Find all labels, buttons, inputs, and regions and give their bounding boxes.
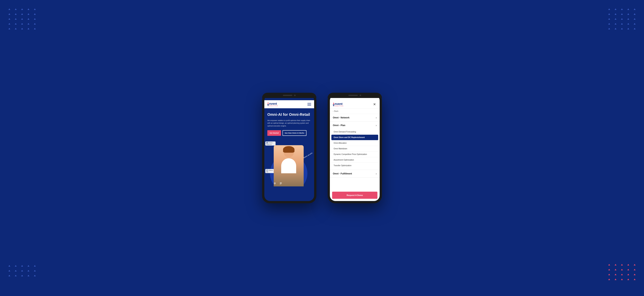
menu-section-plan-header[interactable]: Omni - Plan › bbox=[330, 122, 380, 129]
phone-main: nvent ANALYTICS Omni-AI for Omni-Retail bbox=[262, 93, 316, 203]
phone2-top-bar bbox=[328, 93, 382, 98]
hero-title: Omni-AI for Omni-Retail bbox=[267, 112, 311, 117]
hamburger-menu-icon[interactable] bbox=[308, 103, 311, 106]
menu-section-plan: Omni - Plan › Omni Demand Forecasting Om… bbox=[330, 122, 380, 170]
person-body bbox=[281, 158, 296, 173]
logo2-analytics-text: ANALYTICS bbox=[334, 105, 343, 107]
phone1-content: nvent ANALYTICS Omni-AI for Omni-Retail bbox=[264, 95, 314, 201]
phone2-content: nvent ANALYTICS ✕ ‹ Back bbox=[330, 95, 380, 201]
close-x-icon: ✕ bbox=[373, 103, 376, 106]
menu-item-markdown[interactable]: Omni Markdown bbox=[331, 146, 378, 152]
phone2-menu-body: ‹ Back Omni - Network › Omni - Plan bbox=[330, 109, 380, 192]
svg-point-3 bbox=[266, 170, 268, 171]
hamburger-line-1 bbox=[308, 103, 311, 103]
omni-profit-label: Omni-profit bbox=[303, 152, 313, 159]
location-icon bbox=[274, 182, 276, 185]
menu-network-title: Omni - Network bbox=[333, 116, 350, 119]
menu-plan-title: Omni - Plan bbox=[333, 124, 346, 127]
menu-fulfillment-chevron-icon: › bbox=[376, 172, 377, 175]
phone1-image-area: Inventory Holding Cost Omni-Lost Sales F… bbox=[264, 140, 314, 186]
diagram-item-inventory: Inventory Holding Cost bbox=[265, 141, 276, 146]
phone2-logo: nvent ANALYTICS bbox=[333, 102, 343, 107]
menu-network-chevron-icon: › bbox=[376, 116, 377, 119]
menu-section-network-header[interactable]: Omni - Network › bbox=[330, 114, 380, 121]
phone2-speaker bbox=[348, 95, 358, 96]
back-link[interactable]: ‹ Back bbox=[330, 109, 380, 114]
phone2-camera bbox=[360, 95, 361, 96]
person-image bbox=[274, 145, 304, 186]
request-demo-button[interactable]: Request A Demo bbox=[332, 192, 378, 199]
hamburger-line-2 bbox=[308, 104, 311, 105]
get-started-button[interactable]: Get Started bbox=[267, 130, 281, 136]
phone1-top-bar bbox=[262, 93, 316, 98]
menu-section-fulfillment: Omni - Fulfillment › bbox=[330, 170, 380, 178]
hero-description: We empower retailers to profit optimize … bbox=[267, 119, 311, 127]
menu-item-assortment[interactable]: Assortment Optimization bbox=[331, 157, 378, 163]
logo2-text-wrap: nvent ANALYTICS bbox=[334, 102, 343, 107]
phone1-speaker bbox=[283, 95, 292, 96]
phone1-header: nvent ANALYTICS bbox=[264, 100, 314, 108]
phone1-logo: nvent ANALYTICS bbox=[267, 102, 278, 106]
person-hair bbox=[283, 146, 294, 153]
menu-item-allocation[interactable]: Omni Allocation bbox=[331, 140, 378, 146]
person-head bbox=[284, 147, 294, 157]
phone2-header: nvent ANALYTICS ✕ bbox=[330, 100, 380, 109]
menu-fulfillment-title: Omni - Fulfillment bbox=[333, 172, 352, 175]
dots-bottom-left bbox=[8, 264, 37, 277]
bottom-icons bbox=[274, 182, 282, 185]
phones-container: nvent ANALYTICS Omni-AI for Omni-Retail bbox=[262, 93, 382, 203]
logo-analytics-text: ANALYTICS bbox=[269, 105, 278, 106]
menu-section-network: Omni - Network › bbox=[330, 114, 380, 122]
people-icon bbox=[280, 182, 282, 185]
menu-plan-chevron-icon: › bbox=[376, 124, 377, 127]
menu-section-fulfillment-header[interactable]: Omni - Fulfillment › bbox=[330, 170, 380, 177]
logo2-exclaim-icon bbox=[333, 103, 334, 106]
dots-bottom-right bbox=[607, 263, 636, 281]
phone-menu: nvent ANALYTICS ✕ ‹ Back bbox=[328, 93, 382, 203]
dots-top-left bbox=[8, 8, 37, 30]
hamburger-line-3 bbox=[308, 105, 311, 106]
phone1-hero: Omni-AI for Omni-Retail We empower retai… bbox=[264, 108, 314, 140]
logo-exclaim-icon bbox=[267, 103, 269, 106]
close-button[interactable]: ✕ bbox=[372, 102, 377, 107]
menu-plan-subitems: Omni Demand Forecasting Omni Store and D… bbox=[330, 129, 380, 170]
phone2-footer: Request A Demo bbox=[332, 192, 378, 199]
phone1-camera bbox=[294, 95, 296, 96]
dots-top-right bbox=[607, 8, 636, 30]
back-chevron-icon: ‹ bbox=[333, 110, 334, 112]
back-link-label: Back bbox=[334, 110, 338, 112]
logo-text-wrap: nvent ANALYTICS bbox=[269, 102, 278, 106]
phone1-screen: nvent ANALYTICS Omni-AI for Omni-Retail bbox=[264, 95, 314, 201]
svg-point-4 bbox=[274, 183, 276, 184]
menu-item-demand-forecasting[interactable]: Omni Demand Forecasting bbox=[331, 129, 378, 135]
see-how-button[interactable]: See How Omni-AI Works bbox=[282, 130, 307, 136]
menu-item-price-optimization[interactable]: Dynamic Competitive Price Optimization bbox=[331, 152, 378, 157]
hero-buttons: Get Started See How Omni-AI Works bbox=[267, 130, 311, 136]
menu-item-store-dc-replenishment[interactable]: Omni Store and DC Replenishment bbox=[331, 135, 378, 140]
phone2-screen: nvent ANALYTICS ✕ ‹ Back bbox=[330, 95, 380, 201]
menu-item-transfer[interactable]: Transfer Optimization bbox=[331, 163, 378, 168]
